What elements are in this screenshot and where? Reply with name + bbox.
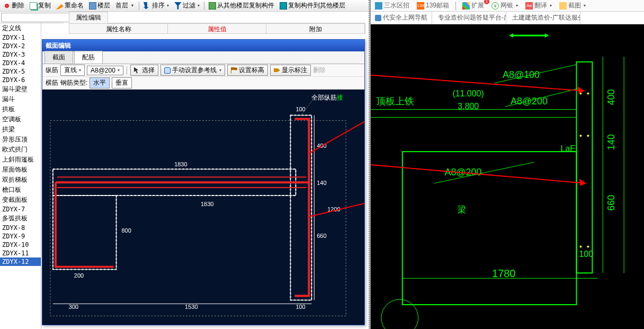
browser-toolbar: 三水区招 139139邮箱 扩展 ¥网银▾ Aa翻译▾ 截图▾	[371, 0, 644, 12]
tree-item[interactable]: ZDYX-3	[0, 50, 41, 59]
separator	[139, 2, 139, 10]
show-anno-button[interactable]: 显示标注	[270, 65, 311, 76]
set-elev-button[interactable]: 设置标高	[227, 65, 268, 76]
select-button[interactable]: 选择	[130, 65, 158, 76]
svg-text:A8@100: A8@100	[503, 69, 540, 80]
sort-button[interactable]: 排序▾	[141, 1, 171, 11]
filter-button[interactable]: 过滤▾	[172, 1, 202, 11]
extensions-button[interactable]: 扩展	[460, 1, 486, 10]
separator	[204, 2, 204, 10]
tree-item[interactable]: 欧式拱门	[0, 145, 41, 155]
tree-item[interactable]: ZDYX-2	[0, 42, 41, 50]
tree-item[interactable]: 拱梁	[0, 125, 41, 135]
svg-point-54	[579, 135, 582, 137]
tab-section[interactable]: 截面	[44, 51, 73, 64]
translate-icon: Aa	[525, 2, 533, 10]
svg-text:A8@200: A8@200	[511, 96, 548, 106]
tab-label: 土建建筑造价-广联达服务	[512, 13, 580, 22]
tree-item[interactable]: ZDYX-6	[0, 76, 41, 84]
manual-ref-button[interactable]: 手动设置参考线▾	[160, 65, 225, 76]
copy-button[interactable]: 复制	[28, 1, 53, 11]
extension-icon	[462, 2, 470, 10]
bm-label: 三水区招	[384, 1, 409, 10]
import-icon	[209, 2, 216, 10]
tree-item[interactable]: 檐口板	[0, 185, 41, 195]
bank-label: 网银	[500, 1, 513, 10]
svg-point-51	[381, 299, 418, 329]
svg-text:1780: 1780	[492, 268, 515, 279]
bank-button[interactable]: ¥网银▾	[489, 1, 520, 10]
tree-item[interactable]: ZDYX-7	[0, 205, 41, 214]
chevron-down-icon: ▾	[516, 3, 518, 8]
filter-label: 过滤	[183, 1, 195, 10]
tree-item[interactable]: 漏斗	[0, 94, 41, 104]
bookmark-sanshui[interactable]: 三水区招	[373, 1, 412, 10]
sort-icon	[144, 2, 151, 10]
long-rebar-label: 纵筋	[46, 66, 58, 75]
svg-rect-3	[53, 195, 117, 270]
floor-dropdown[interactable]: 首层▼	[113, 1, 137, 11]
tree-item[interactable]: ZDYX-9	[0, 232, 41, 241]
tree-item[interactable]: 定义线	[0, 23, 41, 33]
tree-item[interactable]: 拱板	[0, 104, 41, 114]
browser-tab[interactable]: 土建建筑造价-广联达服务	[506, 12, 580, 24]
tree-item[interactable]: 漏斗梁壁	[0, 84, 41, 94]
svg-rect-25	[576, 62, 592, 273]
chevron-down-icon: ▾	[219, 68, 221, 73]
svg-text:140: 140	[317, 180, 326, 186]
tab-rebar[interactable]: 配筋	[74, 51, 103, 64]
section-canvas[interactable]: 100 1830 400 140 660 1200 800 200 300 15…	[42, 90, 364, 325]
tree-item[interactable]: 空调板	[0, 114, 41, 125]
tree-item[interactable]: 上斜雨篷板	[0, 155, 41, 165]
tab-property-edit[interactable]: 属性编辑	[69, 12, 108, 23]
property-tabstrip: 属性编辑	[69, 12, 365, 23]
rename-button[interactable]: 重命名	[54, 1, 86, 11]
select-label: 选择	[142, 66, 155, 75]
tree-item[interactable]: ZDYX-4	[0, 59, 41, 67]
layer-button[interactable]: 楼层	[87, 1, 112, 11]
tab-label: 专业造价问题答疑平台-广联达	[438, 13, 506, 22]
browser-tab[interactable]: 专业造价问题答疑平台-广联达×	[432, 12, 506, 24]
copy-label: 复制	[38, 1, 51, 10]
browser-tabs: 代安全上网导航 专业造价问题答疑平台-广联达× 土建建筑造价-广联达服务	[371, 12, 644, 24]
tree-item[interactable]: ZDYX-8	[0, 224, 41, 232]
chevron-down-icon: ▾	[118, 68, 120, 73]
separator	[455, 2, 456, 10]
tree-item[interactable]: ZDYX-1	[0, 33, 41, 42]
copy-to-layer-button[interactable]: 复制构件到其他楼层	[278, 1, 347, 11]
svg-line-23	[309, 122, 364, 154]
line-type-dropdown[interactable]: 直线▾	[60, 65, 85, 76]
svg-point-56	[579, 245, 582, 247]
delete-button[interactable]: 删除	[1, 1, 26, 11]
bookmark-139mail[interactable]: 139139邮箱	[415, 1, 451, 10]
translate-button[interactable]: Aa翻译▾	[523, 1, 554, 10]
tree-item[interactable]: 双折梯板	[0, 175, 41, 185]
cad-viewport[interactable]: 顶板上铁 (11.000) 3.800 A8@100 A8@200 LaE A8…	[371, 24, 644, 329]
svg-text:LaE: LaE	[561, 144, 576, 153]
rebar-spec-input[interactable]: A8@200▾	[87, 66, 123, 75]
copy-icon	[30, 2, 37, 10]
tree-item[interactable]: ZDYX-5	[0, 67, 41, 76]
copy-from-layer-button[interactable]: 从其他楼层复制构件	[207, 1, 276, 11]
svg-text:顶板上铁: 顶板上铁	[376, 96, 414, 106]
horiz-button[interactable]: 水平	[90, 77, 110, 88]
tree-item[interactable]: 变截面板	[0, 195, 41, 205]
screenshot-button[interactable]: 截图▾	[557, 1, 588, 10]
svg-marker-59	[577, 86, 584, 94]
browser-tab[interactable]: 代安全上网导航	[371, 12, 432, 24]
tree-item[interactable]: 异形压顶	[0, 135, 41, 145]
tree-item[interactable]: 屋面饰板	[0, 165, 41, 175]
tab-icon	[375, 15, 381, 21]
tree-item[interactable]: ZDYX-11	[0, 249, 41, 257]
svg-text:100: 100	[296, 106, 305, 112]
tree-item[interactable]: ZDYX-10	[0, 241, 41, 249]
svg-text:300: 300	[69, 304, 78, 310]
col-name: 属性名称	[69, 24, 168, 33]
delete-rebar-button[interactable]: 删除	[313, 66, 326, 75]
tree-item[interactable]: ZDYX-12	[0, 257, 41, 266]
window-title[interactable]: 截面编辑	[42, 40, 364, 51]
tree-item[interactable]: 多弧拱板	[0, 214, 41, 224]
vert-button[interactable]: 垂直	[112, 77, 132, 88]
tag-icon	[274, 67, 280, 74]
filter-icon	[174, 2, 182, 10]
